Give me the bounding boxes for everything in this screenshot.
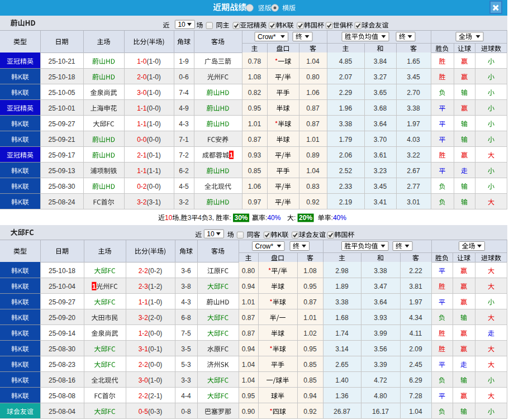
svg-text:25-08-04: 25-08-04 — [49, 408, 75, 416]
svg-text:25-08-23: 25-08-23 — [49, 361, 75, 369]
svg-text:7-4: 7-4 — [179, 89, 189, 97]
svg-text:4.03: 4.03 — [407, 136, 420, 144]
svg-text:(0-1): (0-1) — [148, 345, 162, 353]
svg-text:2.07: 2.07 — [339, 73, 353, 81]
svg-text:2.98: 2.98 — [335, 267, 349, 275]
svg-text:1.04: 1.04 — [306, 58, 320, 65]
svg-text:25-09-27: 25-09-27 — [48, 120, 75, 128]
svg-text:3.38: 3.38 — [374, 267, 387, 275]
svg-text:1.01: 1.01 — [248, 120, 261, 128]
svg-text:3-6: 3-6 — [181, 267, 191, 275]
svg-text:2-2: 2-2 — [139, 361, 149, 369]
svg-text:25-10-04: 25-10-04 — [49, 283, 75, 290]
svg-text:0.94: 0.94 — [303, 392, 317, 400]
svg-text:(0-0): (0-0) — [148, 361, 162, 369]
svg-text:0.87: 0.87 — [306, 120, 320, 128]
svg-text:1: 1 — [92, 283, 96, 290]
svg-text:3.22: 3.22 — [407, 151, 420, 159]
svg-text:2-2: 2-2 — [139, 392, 149, 400]
svg-text:40%: 40% — [267, 214, 280, 222]
svg-text:1.02: 1.02 — [303, 330, 317, 337]
svg-text:3.45: 3.45 — [407, 73, 420, 81]
svg-text:0.82: 0.82 — [248, 89, 261, 97]
svg-text:25-10-18: 25-10-18 — [48, 73, 75, 81]
svg-text:0.87: 0.87 — [306, 104, 320, 112]
svg-text:2.45: 2.45 — [409, 361, 422, 369]
svg-text:4-3: 4-3 — [179, 120, 189, 128]
svg-text:4.72: 4.72 — [374, 376, 387, 384]
svg-text:0.92: 0.92 — [303, 408, 317, 416]
svg-text:1-2: 1-2 — [139, 330, 149, 337]
svg-text:0.87: 0.87 — [248, 136, 261, 144]
svg-text:3.27: 3.27 — [374, 73, 387, 81]
svg-text:1-0: 1-0 — [137, 58, 147, 65]
svg-text:Crow*: Crow* — [255, 242, 274, 250]
svg-text:,: , — [179, 214, 180, 222]
svg-text:2.29: 2.29 — [339, 89, 353, 97]
svg-text:0.95: 0.95 — [303, 283, 317, 290]
svg-text:3-3: 3-3 — [181, 376, 191, 384]
svg-text:0.85: 0.85 — [303, 361, 317, 369]
svg-text:3-8: 3-8 — [181, 283, 191, 290]
svg-text::: : — [294, 214, 296, 222]
svg-text:4.34: 4.34 — [409, 314, 422, 322]
svg-text:1.97: 1.97 — [409, 298, 422, 306]
svg-text:0.95: 0.95 — [248, 104, 261, 112]
svg-text:0.87: 0.87 — [242, 330, 255, 337]
svg-text:3-2: 3-2 — [139, 314, 149, 322]
svg-text:(0-1): (0-1) — [147, 151, 161, 159]
svg-text:(1-0): (1-0) — [147, 120, 161, 128]
svg-text:2.06: 2.06 — [339, 151, 353, 159]
svg-text:1.68: 1.68 — [335, 314, 349, 322]
svg-text:4-3: 4-3 — [181, 298, 191, 306]
svg-text:1.97: 1.97 — [407, 120, 420, 128]
svg-text:1-1: 1-1 — [139, 298, 149, 306]
svg-text:0-0: 0-0 — [137, 136, 147, 144]
svg-text:(3-1): (3-1) — [147, 198, 161, 206]
svg-text:1: 1 — [230, 151, 234, 159]
svg-text:(1-2): (1-2) — [148, 283, 162, 290]
svg-text:3.23: 3.23 — [374, 167, 387, 175]
svg-text:0.80: 0.80 — [306, 73, 320, 81]
svg-text:1.01: 1.01 — [242, 298, 255, 306]
svg-text:3: 3 — [188, 214, 192, 222]
svg-text:6-8: 6-8 — [181, 314, 191, 322]
svg-text:3.64: 3.64 — [374, 120, 387, 128]
svg-text:0.94: 0.94 — [242, 345, 255, 353]
svg-text:25-09-27: 25-09-27 — [49, 298, 75, 306]
svg-text:2-2: 2-2 — [139, 267, 149, 275]
svg-text:1-1: 1-1 — [137, 167, 147, 175]
svg-text:(0-0): (0-0) — [147, 183, 161, 190]
svg-text:4: 4 — [198, 214, 202, 222]
svg-text:0-6: 0-6 — [179, 73, 189, 81]
svg-text:(0-2): (0-2) — [148, 267, 162, 275]
svg-text:0.87: 0.87 — [303, 298, 317, 306]
svg-text:25-09-13: 25-09-13 — [48, 167, 75, 175]
svg-text:3.39: 3.39 — [374, 361, 387, 369]
svg-text:25-09-20: 25-09-20 — [49, 314, 75, 322]
svg-text:3-2: 3-2 — [179, 198, 189, 206]
svg-text:3.41: 3.41 — [374, 198, 387, 206]
svg-text:2-3: 2-3 — [139, 283, 149, 290]
svg-text:1.01: 1.01 — [306, 136, 320, 144]
svg-text:25-10-18: 25-10-18 — [49, 267, 75, 275]
svg-text:(2-1): (2-1) — [148, 392, 162, 400]
svg-text:3.38: 3.38 — [339, 120, 353, 128]
svg-text:25-10-05: 25-10-05 — [48, 89, 75, 97]
svg-text:3-0: 3-0 — [137, 89, 147, 97]
svg-text:30%: 30% — [235, 214, 248, 222]
svg-text:3.61: 3.61 — [374, 151, 387, 159]
svg-text:(2-0): (2-0) — [148, 314, 162, 322]
svg-text:0.83: 0.83 — [306, 183, 320, 190]
svg-text:25-08-30: 25-08-30 — [49, 345, 75, 353]
svg-text:0.89: 0.89 — [306, 151, 320, 159]
svg-text:25-08-30: 25-08-30 — [48, 183, 75, 190]
svg-text:0.95: 0.95 — [303, 345, 317, 353]
svg-text:3-1: 3-1 — [139, 345, 149, 353]
svg-text:3.99: 3.99 — [374, 330, 387, 337]
svg-text:4-4: 4-4 — [181, 392, 191, 400]
svg-text:4.11: 4.11 — [410, 330, 422, 337]
svg-text:0-5: 0-5 — [139, 408, 149, 416]
svg-text:0.93: 0.93 — [248, 151, 261, 159]
svg-text:0.92: 0.92 — [306, 198, 320, 206]
